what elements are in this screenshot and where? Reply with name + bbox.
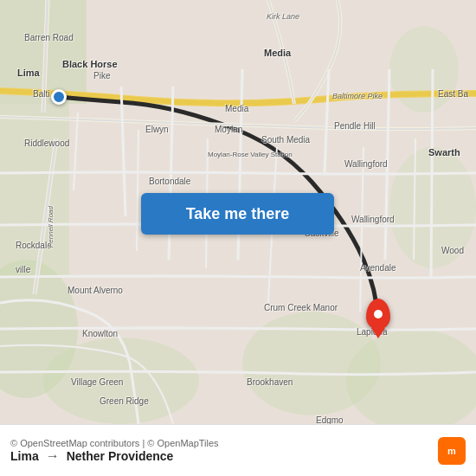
cta-label: Take me there xyxy=(186,205,290,223)
take-me-there-button[interactable]: Take me there xyxy=(141,193,334,235)
footer-route: Lima → Nether Providence xyxy=(10,448,428,464)
app: Lima Barren Road Black Horse Pike Balti … xyxy=(0,0,476,476)
route-origin: Lima xyxy=(10,449,39,463)
dest-pin xyxy=(366,299,390,330)
footer-left: © OpenStreetMap contributors | © OpenMap… xyxy=(10,438,428,464)
svg-point-4 xyxy=(43,338,199,424)
svg-rect-2 xyxy=(0,104,69,277)
route-arrow-icon: → xyxy=(46,448,60,464)
origin-marker xyxy=(51,89,67,105)
attribution-text: © OpenStreetMap contributors | © OpenMap… xyxy=(10,438,428,448)
route-destination: Nether Providence xyxy=(67,449,174,463)
dest-pin-dot xyxy=(374,310,383,318)
map-container: Lima Barren Road Black Horse Pike Balti … xyxy=(0,0,476,424)
destination-marker xyxy=(366,299,390,330)
svg-point-8 xyxy=(389,26,459,113)
footer-bar: © OpenStreetMap contributors | © OpenMap… xyxy=(0,424,476,476)
moovit-icon: m xyxy=(438,437,466,465)
moovit-logo: m xyxy=(438,437,466,465)
